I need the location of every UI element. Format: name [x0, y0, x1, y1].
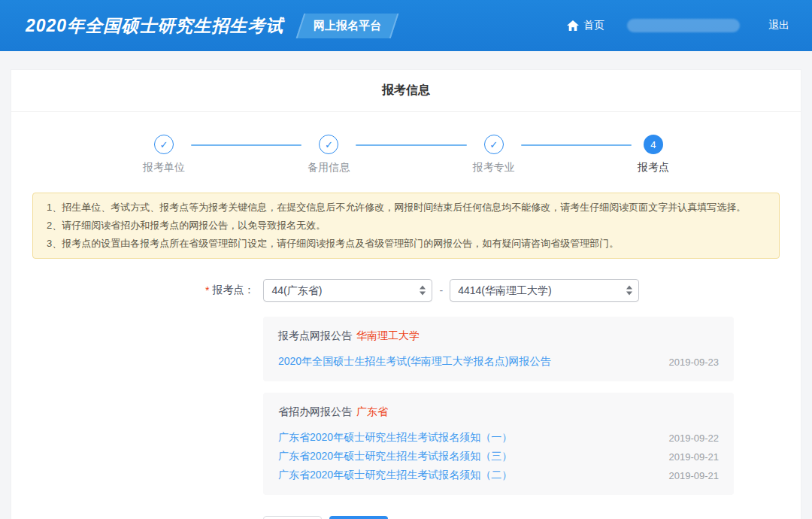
- select-stepper-icon: [626, 286, 632, 296]
- step-connector: [191, 144, 301, 146]
- announcement-date: 2019-09-21: [669, 470, 720, 481]
- step-label: 报考专业: [473, 161, 515, 175]
- announcement-link[interactable]: 2020年全国硕士生招生考试(华南理工大学报名点)网报公告: [278, 355, 550, 369]
- announcement-link[interactable]: 广东省2020年硕士研究生招生考试报名须知（二）: [278, 469, 512, 482]
- exam-site-select-value: 4414(华南理工大学): [458, 284, 551, 296]
- step-check-icon: ✓: [319, 135, 338, 154]
- province-select[interactable]: 44(广东省): [263, 279, 432, 302]
- notice-line: 3、报考点的设置由各报考点所在省级管理部门设定，请仔细阅读报考点及省级管理部门的…: [47, 235, 765, 253]
- province-announcement-title: 省招办网报公告广东省: [278, 405, 719, 419]
- announcement-highlight: 华南理工大学: [356, 329, 420, 341]
- step-major: ✓ 报考专业: [473, 135, 515, 175]
- announcement-link[interactable]: 广东省2020年硕士研究生招生考试报名须知（三）: [278, 450, 512, 463]
- step-connector: [356, 144, 466, 146]
- announcement-highlight: 广东省: [356, 405, 388, 417]
- exam-site-select[interactable]: 4414(华南理工大学): [450, 279, 639, 302]
- announcement-title-text: 省招办网报公告: [278, 405, 352, 417]
- site-announcement-box: 报考点网报公告华南理工大学 2020年全国硕士生招生考试(华南理工大学报名点)网…: [263, 317, 734, 381]
- step-exam-site: 4 报考点: [638, 135, 669, 175]
- announcement-date: 2019-09-22: [669, 432, 720, 444]
- announcement-link[interactable]: 广东省2020年硕士研究生招生考试报名须知（一）: [278, 431, 512, 445]
- province-select-value: 44(广东省): [271, 284, 322, 296]
- notice-line: 2、请仔细阅读省招办和报考点的网报公告，以免导致报名无效。: [47, 217, 765, 235]
- app-header: 2020年全国硕士研究生招生考试 网上报名平台 首页 退出: [0, 0, 812, 51]
- platform-badge-label: 网上报名平台: [314, 19, 381, 33]
- page-title-row: 报考信息: [11, 70, 801, 112]
- logout-link[interactable]: 退出: [768, 19, 789, 32]
- announcement-title-text: 报考点网报公告: [278, 329, 352, 341]
- announcement-item: 广东省2020年硕士研究生招生考试报名须知（三） 2019-09-21: [278, 450, 719, 463]
- announcement-item: 2020年全国硕士生招生考试(华南理工大学报名点)网报公告 2019-09-23: [278, 355, 719, 369]
- step-backup-info: ✓ 备用信息: [308, 135, 350, 175]
- exam-site-form-row: * 报考点： 44(广东省) - 4414(华南理工大学): [205, 279, 801, 302]
- required-asterisk: *: [205, 284, 209, 296]
- step-connector: [521, 144, 632, 146]
- platform-badge: 网上报名平台: [296, 14, 399, 38]
- announcement-item: 广东省2020年硕士研究生招生考试报名须知（二） 2019-09-21: [278, 469, 719, 482]
- stepper: ✓ 报考单位 ✓ 备用信息 ✓ 报考专业 4 报考点: [143, 135, 669, 175]
- step-label: 备用信息: [308, 161, 350, 175]
- form-actions: 上一步 下一步: [263, 516, 801, 519]
- site-announcement-title: 报考点网报公告华南理工大学: [278, 329, 719, 343]
- select-separator: -: [439, 284, 443, 296]
- main-card: 报考信息 ✓ 报考单位 ✓ 备用信息 ✓ 报考专业 4 报考点 1、招生单位、考…: [11, 69, 801, 519]
- exam-site-label: 报考点：: [212, 284, 254, 297]
- page-title: 报考信息: [382, 83, 430, 99]
- home-link[interactable]: 首页: [567, 19, 604, 32]
- notice-line: 1、招生单位、考试方式、报考点等为报考关键信息，在提交信息后不允许修改，网报时间…: [47, 199, 765, 217]
- username-redacted: [627, 19, 740, 32]
- announcement-item: 广东省2020年硕士研究生招生考试报名须知（一） 2019-09-22: [278, 431, 719, 445]
- step-report-unit: ✓ 报考单位: [143, 135, 185, 175]
- step-label: 报考单位: [143, 161, 185, 175]
- step-number-badge: 4: [644, 135, 663, 154]
- step-check-icon: ✓: [154, 135, 174, 154]
- announcement-date: 2019-09-21: [669, 451, 720, 463]
- home-icon: [567, 20, 579, 31]
- next-step-button[interactable]: 下一步: [329, 516, 388, 519]
- select-stepper-icon: [420, 286, 426, 296]
- app-title: 2020年全国硕士研究生招生考试: [26, 14, 283, 38]
- home-link-label: 首页: [583, 19, 604, 32]
- province-announcement-box: 省招办网报公告广东省 广东省2020年硕士研究生招生考试报名须知（一） 2019…: [263, 393, 734, 495]
- step-check-icon: ✓: [484, 135, 504, 154]
- prev-step-button[interactable]: 上一步: [263, 516, 322, 519]
- step-label: 报考点: [638, 161, 669, 175]
- announcement-date: 2019-09-23: [669, 357, 720, 368]
- notice-box: 1、招生单位、考试方式、报考点等为报考关键信息，在提交信息后不允许修改，网报时间…: [32, 193, 780, 259]
